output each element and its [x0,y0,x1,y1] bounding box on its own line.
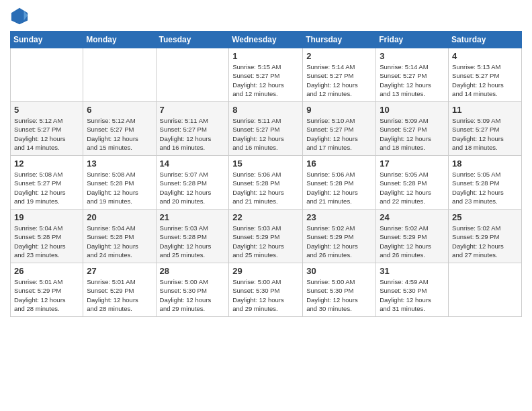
header-area [10,7,522,26]
day-number: 6 [87,105,152,115]
day-number: 15 [232,158,299,169]
calendar-cell: 27Sunrise: 5:01 AMSunset: 5:29 PMDayligh… [83,263,156,317]
day-info: Sunrise: 5:02 AMSunset: 5:29 PMDaylight:… [452,224,518,259]
day-info: Sunrise: 5:12 AMSunset: 5:27 PMDaylight:… [14,116,79,152]
day-info: Sunrise: 5:04 AMSunset: 5:28 PMDaylight:… [14,224,79,259]
calendar-cell: 10Sunrise: 5:09 AMSunset: 5:27 PMDayligh… [376,102,449,156]
day-number: 28 [160,266,226,276]
calendar-header-thursday: Thursday [303,32,376,48]
day-number: 17 [380,158,445,169]
calendar-cell: 23Sunrise: 5:02 AMSunset: 5:29 PMDayligh… [303,210,376,263]
day-number: 24 [380,212,445,222]
calendar-cell: 25Sunrise: 5:02 AMSunset: 5:29 PMDayligh… [449,210,522,263]
day-info: Sunrise: 5:06 AMSunset: 5:28 PMDaylight:… [306,170,372,205]
day-info: Sunrise: 5:02 AMSunset: 5:29 PMDaylight:… [306,224,372,259]
calendar-cell: 12Sunrise: 5:08 AMSunset: 5:27 PMDayligh… [11,156,83,210]
calendar-cell [449,263,522,317]
calendar-header-wednesday: Wednesday [229,32,303,48]
day-number: 12 [14,158,79,169]
calendar-week-2: 5Sunrise: 5:12 AMSunset: 5:27 PMDaylight… [11,102,522,156]
calendar-cell [156,48,229,102]
day-number: 3 [380,51,445,61]
calendar-header-monday: Monday [83,32,156,48]
calendar-cell: 20Sunrise: 5:04 AMSunset: 5:28 PMDayligh… [83,210,156,263]
day-info: Sunrise: 5:05 AMSunset: 5:28 PMDaylight:… [380,170,445,205]
day-number: 20 [87,212,152,222]
day-number: 5 [14,105,79,115]
calendar-cell: 2Sunrise: 5:14 AMSunset: 5:27 PMDaylight… [303,48,376,102]
day-info: Sunrise: 5:00 AMSunset: 5:30 PMDaylight:… [232,277,299,313]
calendar-cell: 26Sunrise: 5:01 AMSunset: 5:29 PMDayligh… [11,263,83,317]
calendar-cell: 24Sunrise: 5:02 AMSunset: 5:29 PMDayligh… [376,210,449,263]
calendar-week-3: 12Sunrise: 5:08 AMSunset: 5:27 PMDayligh… [11,156,522,210]
day-number: 22 [232,212,299,222]
calendar-cell: 22Sunrise: 5:03 AMSunset: 5:29 PMDayligh… [229,210,303,263]
day-info: Sunrise: 5:06 AMSunset: 5:28 PMDaylight:… [232,170,299,205]
day-info: Sunrise: 5:00 AMSunset: 5:30 PMDaylight:… [306,277,372,313]
calendar-cell: 30Sunrise: 5:00 AMSunset: 5:30 PMDayligh… [303,263,376,317]
calendar-cell: 6Sunrise: 5:12 AMSunset: 5:27 PMDaylight… [83,102,156,156]
calendar-cell: 16Sunrise: 5:06 AMSunset: 5:28 PMDayligh… [303,156,376,210]
calendar-cell: 13Sunrise: 5:08 AMSunset: 5:28 PMDayligh… [83,156,156,210]
calendar-cell: 29Sunrise: 5:00 AMSunset: 5:30 PMDayligh… [229,263,303,317]
calendar-week-4: 19Sunrise: 5:04 AMSunset: 5:28 PMDayligh… [11,210,522,263]
day-number: 31 [380,266,445,276]
day-info: Sunrise: 5:13 AMSunset: 5:27 PMDaylight:… [452,62,518,98]
day-number: 26 [14,266,79,276]
calendar-cell: 21Sunrise: 5:03 AMSunset: 5:28 PMDayligh… [156,210,229,263]
calendar-table: SundayMondayTuesdayWednesdayThursdayFrid… [10,31,522,317]
calendar-cell: 18Sunrise: 5:05 AMSunset: 5:28 PMDayligh… [449,156,522,210]
calendar-header-sunday: Sunday [11,32,83,48]
day-number: 23 [306,212,372,222]
day-number: 10 [380,105,445,115]
day-info: Sunrise: 5:08 AMSunset: 5:28 PMDaylight:… [87,170,152,205]
calendar-header-tuesday: Tuesday [156,32,229,48]
calendar-week-5: 26Sunrise: 5:01 AMSunset: 5:29 PMDayligh… [11,263,522,317]
day-number: 9 [306,105,372,115]
day-number: 21 [160,212,226,222]
calendar-cell: 11Sunrise: 5:09 AMSunset: 5:27 PMDayligh… [449,102,522,156]
day-info: Sunrise: 5:08 AMSunset: 5:27 PMDaylight:… [14,170,79,205]
day-info: Sunrise: 5:04 AMSunset: 5:28 PMDaylight:… [87,224,152,259]
calendar-cell: 5Sunrise: 5:12 AMSunset: 5:27 PMDaylight… [11,102,83,156]
day-info: Sunrise: 5:03 AMSunset: 5:28 PMDaylight:… [160,224,226,259]
day-number: 7 [160,105,226,115]
day-number: 13 [87,158,152,169]
calendar-week-1: 1Sunrise: 5:15 AMSunset: 5:27 PMDaylight… [11,48,522,102]
day-number: 8 [232,105,299,115]
day-number: 4 [452,51,518,61]
calendar-cell: 1Sunrise: 5:15 AMSunset: 5:27 PMDaylight… [229,48,303,102]
day-number: 11 [452,105,518,115]
day-number: 18 [452,158,518,169]
logo-icon [10,7,29,26]
day-info: Sunrise: 5:14 AMSunset: 5:27 PMDaylight:… [380,62,445,98]
day-number: 25 [452,212,518,222]
logo [10,7,32,26]
calendar-cell: 17Sunrise: 5:05 AMSunset: 5:28 PMDayligh… [376,156,449,210]
day-number: 14 [160,158,226,169]
day-info: Sunrise: 5:02 AMSunset: 5:29 PMDaylight:… [380,224,445,259]
day-info: Sunrise: 5:14 AMSunset: 5:27 PMDaylight:… [306,62,372,98]
page-container: SundayMondayTuesdayWednesdayThursdayFrid… [0,0,532,324]
day-number: 1 [232,51,299,61]
day-info: Sunrise: 5:09 AMSunset: 5:27 PMDaylight:… [380,116,445,152]
calendar-cell: 7Sunrise: 5:11 AMSunset: 5:27 PMDaylight… [156,102,229,156]
day-info: Sunrise: 5:11 AMSunset: 5:27 PMDaylight:… [232,116,299,152]
day-number: 27 [87,266,152,276]
day-info: Sunrise: 5:07 AMSunset: 5:28 PMDaylight:… [160,170,226,205]
calendar-cell: 19Sunrise: 5:04 AMSunset: 5:28 PMDayligh… [11,210,83,263]
calendar-cell [83,48,156,102]
day-info: Sunrise: 5:09 AMSunset: 5:27 PMDaylight:… [452,116,518,152]
day-info: Sunrise: 5:15 AMSunset: 5:27 PMDaylight:… [232,62,299,98]
calendar-cell: 14Sunrise: 5:07 AMSunset: 5:28 PMDayligh… [156,156,229,210]
day-number: 29 [232,266,299,276]
calendar-cell [11,48,83,102]
calendar-cell: 8Sunrise: 5:11 AMSunset: 5:27 PMDaylight… [229,102,303,156]
day-info: Sunrise: 4:59 AMSunset: 5:30 PMDaylight:… [380,277,445,313]
calendar-header-saturday: Saturday [449,32,522,48]
day-info: Sunrise: 5:12 AMSunset: 5:27 PMDaylight:… [87,116,152,152]
day-info: Sunrise: 5:00 AMSunset: 5:30 PMDaylight:… [160,277,226,313]
calendar-header-friday: Friday [376,32,449,48]
day-info: Sunrise: 5:10 AMSunset: 5:27 PMDaylight:… [306,116,372,152]
day-info: Sunrise: 5:03 AMSunset: 5:29 PMDaylight:… [232,224,299,259]
